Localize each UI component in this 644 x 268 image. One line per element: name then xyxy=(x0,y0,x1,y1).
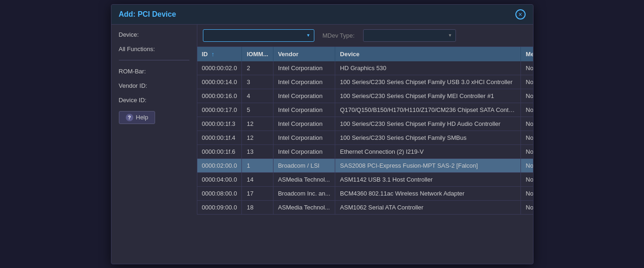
cell-medi: No xyxy=(521,89,533,103)
cell-iomm: 4 xyxy=(242,89,273,103)
vendor-id-label: Vendor ID: xyxy=(119,82,189,89)
cell-device: 100 Series/C230 Series Chipset Family HD… xyxy=(335,117,521,131)
vendor-id-row: Vendor ID: xyxy=(119,82,189,89)
cell-device: 100 Series/C230 Series Chipset Family SM… xyxy=(335,131,521,144)
table-row[interactable]: 0000:00:14.03Intel Corporation100 Series… xyxy=(197,75,533,89)
table-row[interactable]: 0000:09:00.018ASMedia Technol...ASM1062 … xyxy=(197,200,533,214)
cell-medi: No xyxy=(521,75,533,89)
help-label: Help xyxy=(136,114,149,121)
mdev-label: MDev Type: xyxy=(319,29,358,42)
table-row[interactable]: 0000:00:17.05Intel CorporationQ170/Q150/… xyxy=(197,103,533,117)
add-pci-device-dialog: Add: PCI Device × Device: All Functions:… xyxy=(111,4,533,264)
table-header-row: ID ↑ IOMM... Vendor Device Medi... xyxy=(197,47,533,61)
dialog-title-bar: Add: PCI Device × xyxy=(111,5,533,25)
cell-vendor: Intel Corporation xyxy=(273,117,335,131)
mdev-select[interactable] xyxy=(363,29,456,42)
cell-id: 0000:08:00.0 xyxy=(197,186,242,200)
cell-id: 0000:04:00.0 xyxy=(197,172,242,186)
cell-iomm: 2 xyxy=(242,61,273,75)
cell-device: Q170/Q150/B150/H170/H110/Z170/CM236 Chip… xyxy=(335,103,521,117)
column-header-device[interactable]: Device xyxy=(335,47,521,61)
cell-vendor: ASMedia Technol... xyxy=(273,200,335,214)
cell-vendor: Intel Corporation xyxy=(273,103,335,117)
device-select-wrapper xyxy=(203,29,314,42)
device-label: Device: xyxy=(119,31,189,38)
table-row[interactable]: 0000:00:16.04Intel Corporation100 Series… xyxy=(197,89,533,103)
cell-id: 0000:00:1f.3 xyxy=(197,117,242,131)
column-header-iomm[interactable]: IOMM... xyxy=(242,47,273,61)
cell-iomm: 1 xyxy=(242,158,273,172)
cell-medi: No xyxy=(521,158,533,172)
mdev-select-wrapper xyxy=(363,29,456,42)
cell-vendor: Broadcom / LSI xyxy=(273,158,335,172)
cell-iomm: 18 xyxy=(242,200,273,214)
cell-vendor: Intel Corporation xyxy=(273,89,335,103)
cell-iomm: 12 xyxy=(242,117,273,131)
cell-device: ASM1062 Serial ATA Controller xyxy=(335,200,521,214)
cell-iomm: 14 xyxy=(242,172,273,186)
help-icon: ? xyxy=(126,114,133,121)
pci-device-table: ID ↑ IOMM... Vendor Device Medi... 0000:… xyxy=(197,47,533,215)
column-header-medi[interactable]: Medi... xyxy=(521,47,533,61)
cell-medi: No xyxy=(521,117,533,131)
cell-iomm: 13 xyxy=(242,144,273,158)
cell-iomm: 12 xyxy=(242,131,273,144)
cell-medi: No xyxy=(521,144,533,158)
cell-vendor: ASMedia Technol... xyxy=(273,172,335,186)
cell-medi: No xyxy=(521,186,533,200)
table-body: 0000:00:02.02Intel CorporationHD Graphic… xyxy=(197,61,533,215)
top-controls: MDev Type: xyxy=(197,25,533,47)
cell-id: 0000:00:17.0 xyxy=(197,103,242,117)
table-row[interactable]: 0000:00:1f.312Intel Corporation100 Serie… xyxy=(197,117,533,131)
rom-bar-label: ROM-Bar: xyxy=(119,68,189,75)
help-button[interactable]: ? Help xyxy=(119,111,156,124)
separator xyxy=(119,60,189,60)
cell-medi: No xyxy=(521,131,533,144)
cell-device: 100 Series/C230 Series Chipset Family US… xyxy=(335,75,521,89)
column-header-vendor[interactable]: Vendor xyxy=(273,47,335,61)
right-panel: MDev Type: ID ↑ IOMM... Ve xyxy=(197,25,533,215)
left-panel: Device: All Functions: ROM-Bar: Vendor I… xyxy=(111,25,197,215)
dialog-body: Device: All Functions: ROM-Bar: Vendor I… xyxy=(111,25,533,215)
cell-id: 0000:00:16.0 xyxy=(197,89,242,103)
dialog-title: Add: PCI Device xyxy=(119,10,176,19)
cell-vendor: Intel Corporation xyxy=(273,131,335,144)
rom-bar-row: ROM-Bar: xyxy=(119,68,189,75)
close-button[interactable]: × xyxy=(515,9,526,20)
cell-device: 100 Series/C230 Series Chipset Family ME… xyxy=(335,89,521,103)
cell-medi: No xyxy=(521,172,533,186)
table-row[interactable]: 0000:00:1f.412Intel Corporation100 Serie… xyxy=(197,131,533,144)
cell-medi: No xyxy=(521,200,533,214)
all-functions-row: All Functions: xyxy=(119,46,189,52)
cell-id: 0000:00:14.0 xyxy=(197,75,242,89)
cell-device: SAS2008 PCI-Express Fusion-MPT SAS-2 [Fa… xyxy=(335,158,521,172)
cell-device: HD Graphics 530 xyxy=(335,61,521,75)
table-row[interactable]: 0000:00:1f.613Intel CorporationEthernet … xyxy=(197,144,533,158)
cell-iomm: 17 xyxy=(242,186,273,200)
cell-id: 0000:09:00.0 xyxy=(197,200,242,214)
device-select[interactable] xyxy=(203,29,314,42)
device-id-row: Device ID: xyxy=(119,97,189,104)
cell-device: ASM1142 USB 3.1 Host Controller xyxy=(335,172,521,186)
table-row[interactable]: 0000:00:02.02Intel CorporationHD Graphic… xyxy=(197,61,533,75)
device-id-label: Device ID: xyxy=(119,97,189,104)
cell-vendor: Intel Corporation xyxy=(273,61,335,75)
table-row[interactable]: 0000:08:00.017Broadcom Inc. an...BCM4360… xyxy=(197,186,533,200)
table-row[interactable]: 0000:02:00.01Broadcom / LSISAS2008 PCI-E… xyxy=(197,158,533,172)
cell-vendor: Broadcom Inc. an... xyxy=(273,186,335,200)
cell-medi: No xyxy=(521,103,533,117)
cell-id: 0000:00:1f.6 xyxy=(197,144,242,158)
device-row: Device: xyxy=(119,31,189,38)
cell-id: 0000:00:02.0 xyxy=(197,61,242,75)
table-row[interactable]: 0000:04:00.014ASMedia Technol...ASM1142 … xyxy=(197,172,533,186)
cell-medi: No xyxy=(521,61,533,75)
cell-device: Ethernet Connection (2) I219-V xyxy=(335,144,521,158)
sort-indicator: ↑ xyxy=(211,51,215,58)
column-header-id[interactable]: ID ↑ xyxy=(197,47,242,61)
cell-device: BCM4360 802.11ac Wireless Network Adapte… xyxy=(335,186,521,200)
cell-iomm: 3 xyxy=(242,75,273,89)
cell-id: 0000:02:00.0 xyxy=(197,158,242,172)
all-functions-label: All Functions: xyxy=(119,46,189,52)
table-container: ID ↑ IOMM... Vendor Device Medi... 0000:… xyxy=(197,47,533,215)
cell-vendor: Intel Corporation xyxy=(273,75,335,89)
